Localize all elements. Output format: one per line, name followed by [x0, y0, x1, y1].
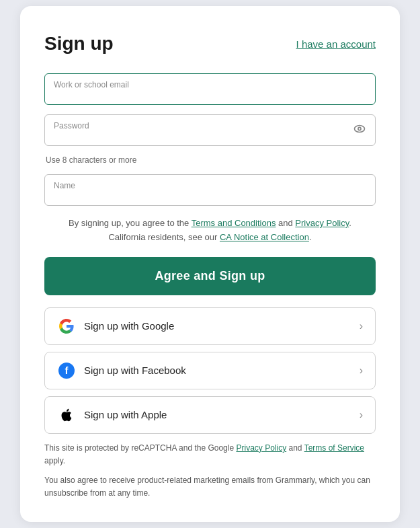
terms-text: By signing up, you agree to the Terms an… — [44, 217, 376, 245]
email-input[interactable] — [44, 73, 376, 105]
facebook-icon: f — [58, 363, 75, 379]
login-link[interactable]: I have an account — [296, 38, 376, 50]
password-hint: Use 8 characters or more — [46, 155, 376, 165]
eye-icon[interactable] — [353, 122, 366, 139]
google-button-label: Sign up with Google — [84, 320, 174, 332]
password-group: Password — [44, 114, 376, 146]
apple-icon — [58, 407, 75, 423]
page-title: Sign up — [44, 33, 114, 54]
privacy-link[interactable]: Privacy Policy — [295, 218, 349, 228]
ca-notice-link[interactable]: CA Notice at Collection — [220, 232, 309, 242]
apple-button-label: Sign up with Apple — [84, 409, 167, 420]
agree-signup-button[interactable]: Agree and Sign up — [44, 257, 376, 295]
marketing-text: You also agree to receive product-relate… — [44, 474, 376, 500]
apple-chevron-icon: › — [360, 409, 363, 421]
password-input[interactable] — [44, 114, 376, 146]
svg-point-0 — [355, 125, 365, 132]
email-group: Work or school email — [44, 73, 376, 105]
name-input[interactable] — [44, 174, 376, 206]
signup-card: Sign up I have an account Work or school… — [20, 6, 400, 521]
recaptcha-tos-link[interactable]: Terms of Service — [304, 443, 364, 453]
svg-point-1 — [358, 127, 361, 130]
facebook-button-label: Sign up with Facebook — [84, 365, 186, 376]
terms-link[interactable]: Terms and Conditions — [192, 218, 276, 228]
google-signup-button[interactable]: Sign up with Google › — [44, 307, 376, 345]
facebook-signup-button[interactable]: f Sign up with Facebook › — [44, 352, 376, 389]
facebook-chevron-icon: › — [360, 365, 363, 377]
apple-signup-button[interactable]: Sign up with Apple › — [44, 396, 376, 434]
google-icon — [58, 318, 75, 334]
recaptcha-privacy-link[interactable]: Privacy Policy — [236, 443, 286, 453]
header-row: Sign up I have an account — [44, 33, 376, 54]
google-chevron-icon: › — [360, 320, 363, 332]
name-group: Name — [44, 174, 376, 206]
recaptcha-text: This site is protected by reCAPTCHA and … — [44, 442, 376, 467]
